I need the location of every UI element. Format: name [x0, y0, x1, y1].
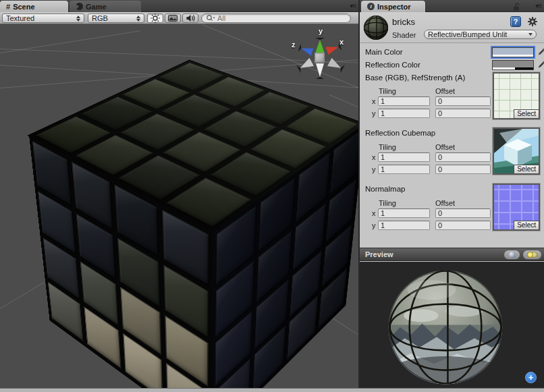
- gizmo-down-axis-cone[interactable]: [316, 63, 324, 79]
- preview-header: Preview: [360, 248, 544, 261]
- y-row-label: y: [372, 221, 376, 229]
- inspector-panel-menu-icon[interactable]: ▾≡: [526, 2, 541, 10]
- cubemap-thumbnail[interactable]: Select: [493, 128, 540, 175]
- search-icon: [206, 14, 215, 22]
- scene-panel-menu-icon[interactable]: ▾≡: [341, 2, 356, 10]
- base-tiling-y-field[interactable]: [378, 109, 430, 118]
- scene-audio-button[interactable]: [182, 13, 198, 23]
- preview-shape-button[interactable]: [504, 250, 520, 260]
- gizmo-back-axis-cone[interactable]: [327, 58, 345, 74]
- scene-lighting-button[interactable]: [147, 13, 163, 23]
- gizmo-y-axis-cone[interactable]: [315, 38, 325, 53]
- normalmap-offset-y-field[interactable]: [435, 221, 491, 230]
- light-on-icon: [527, 252, 533, 258]
- main-color-label: Main Color: [365, 48, 403, 56]
- base-offset-x-field[interactable]: [435, 96, 491, 106]
- eyedropper-icon[interactable]: [537, 60, 544, 70]
- shader-label: Shader: [392, 31, 416, 39]
- render-mode-value: Textured: [6, 14, 34, 22]
- lock-icon[interactable]: [512, 2, 521, 11]
- material-header: bricks Shader Reflective/Bumped Unlit ?: [360, 12, 544, 43]
- gizmo-x-axis-cone[interactable]: [326, 43, 342, 55]
- reflection-color-swatch[interactable]: [492, 60, 534, 70]
- eyedropper-icon[interactable]: [537, 47, 544, 57]
- cubemap-offset-x-field[interactable]: [435, 152, 491, 162]
- preview-sphere[interactable]: [387, 269, 504, 385]
- scene-search-input[interactable]: [217, 14, 332, 22]
- grid-icon: #: [6, 3, 10, 11]
- main-color-swatch[interactable]: [492, 47, 534, 57]
- normalmap-offset-x-field[interactable]: [435, 208, 491, 218]
- base-texture-thumbnail[interactable]: Select: [493, 72, 540, 119]
- color-mode-dropdown[interactable]: RGB: [88, 13, 144, 23]
- normalmap-tiling-y-field[interactable]: [378, 221, 430, 230]
- scene-tabbar: # Scene Game ▾≡: [0, 0, 358, 12]
- tiling-header: Tiling: [379, 143, 396, 151]
- unity-editor-window: # Scene Game ▾≡ Textured RGB: [0, 0, 544, 392]
- image-icon: [167, 13, 178, 24]
- y-row-label: y: [372, 109, 376, 117]
- gear-icon[interactable]: [526, 16, 539, 28]
- gizmo-y-label: y: [319, 27, 323, 35]
- base-texture-label: Base (RGB), RefStrength (A): [365, 74, 465, 82]
- preview-lighting-button[interactable]: [522, 250, 542, 260]
- shader-dropdown[interactable]: Reflective/Bumped Unlit: [424, 30, 537, 39]
- normalmap-select-button[interactable]: Select: [514, 221, 539, 230]
- gizmo-center-cube[interactable]: [315, 53, 325, 63]
- offset-header: Offset: [435, 143, 455, 151]
- reflection-color-label: Reflection Color: [365, 61, 420, 69]
- scene-search-box[interactable]: [201, 13, 351, 23]
- offset-header: Offset: [435, 199, 455, 207]
- normalmap-thumbnail[interactable]: Select: [493, 184, 540, 231]
- tab-game-label: Game: [86, 3, 107, 11]
- gizmo-z-axis-cone[interactable]: [298, 44, 314, 56]
- normalmap-label: Normalmap: [365, 185, 405, 193]
- base-tiling-x-field[interactable]: [378, 96, 430, 106]
- cubemap-tiling-x-field[interactable]: [378, 152, 430, 162]
- tab-game[interactable]: Game: [70, 1, 141, 12]
- tab-inspector[interactable]: i Inspector: [361, 1, 425, 12]
- color-mode-value: RGB: [92, 14, 108, 22]
- info-icon: i: [367, 3, 375, 10]
- gizmo-z-label: z: [292, 40, 296, 49]
- scene-viewport[interactable]: y x z: [0, 24, 358, 388]
- preview-title: Preview: [365, 250, 393, 258]
- scene-orientation-gizmo: y x z: [291, 28, 349, 86]
- bricks-cube-object[interactable]: [117, 94, 297, 365]
- add-icon[interactable]: +: [525, 372, 537, 383]
- updown-arrows-icon: [132, 16, 140, 22]
- dropdown-arrow-icon: [524, 33, 533, 36]
- speaker-icon: [185, 13, 196, 24]
- x-row-label: x: [372, 209, 376, 217]
- inspector-tabbar: i Inspector ▾≡: [360, 0, 544, 12]
- sphere-icon: [509, 252, 516, 258]
- tiling-header: Tiling: [379, 199, 396, 207]
- tab-scene-label: Scene: [13, 3, 34, 11]
- material-preview-area[interactable]: +: [360, 262, 544, 388]
- tab-inspector-label: Inspector: [377, 3, 411, 11]
- offset-header: Offset: [435, 87, 455, 95]
- base-select-button[interactable]: Select: [514, 109, 539, 119]
- help-icon[interactable]: ?: [510, 16, 521, 27]
- scene-panel: # Scene Game ▾≡ Textured RGB: [0, 0, 358, 388]
- x-row-label: x: [372, 153, 376, 161]
- cubemap-offset-y-field[interactable]: [435, 165, 491, 174]
- normalmap-tiling-x-field[interactable]: [378, 208, 430, 218]
- main-color-alpha-bar: [493, 55, 533, 57]
- tab-scene[interactable]: # Scene: [0, 1, 68, 12]
- cubemap-label: Reflection Cubemap: [365, 129, 435, 137]
- cubemap-select-button[interactable]: Select: [514, 165, 539, 174]
- render-mode-dropdown[interactable]: Textured: [2, 13, 84, 23]
- y-row-label: y: [372, 165, 376, 173]
- scene-effects-button[interactable]: [165, 13, 181, 23]
- tiling-header: Tiling: [379, 87, 396, 95]
- inspector-panel: i Inspector ▾≡: [358, 0, 544, 388]
- scene-toolbar: Textured RGB: [0, 12, 358, 24]
- material-name: bricks: [392, 17, 415, 27]
- window-bottom-strip: [0, 388, 544, 392]
- cubemap-tiling-y-field[interactable]: [378, 165, 430, 174]
- reflection-color-alpha-bar: [493, 67, 533, 69]
- gizmo-back-axis-cone[interactable]: [296, 58, 314, 74]
- base-offset-y-field[interactable]: [435, 109, 491, 118]
- game-icon: [76, 3, 83, 10]
